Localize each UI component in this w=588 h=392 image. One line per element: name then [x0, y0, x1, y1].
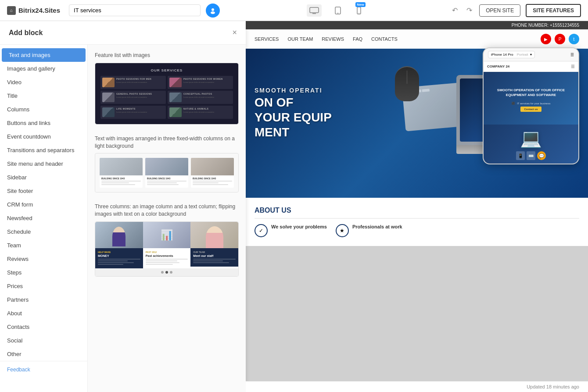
stat-text-1: We solve your problems — [271, 224, 327, 229]
mouse-visual — [395, 66, 419, 101]
preview1-text-2: PHOTO SESSIONS FOR WOMEN Lorem ipsum dol… — [183, 78, 231, 87]
twitter-icon: t — [569, 34, 579, 44]
carousel-dots — [95, 268, 238, 276]
phone-label: PHONE NUMBER: — [512, 23, 550, 28]
preview1-grid: PHOTO SESSIONS FOR MEN Lorem ipsum dolor… — [100, 76, 233, 119]
preview2-img-1 — [100, 158, 143, 175]
about-title: ABOUT US — [255, 207, 579, 214]
preview3-col-title-3: Meet our staff — [193, 254, 236, 257]
nav-item-site-menu[interactable]: Site menu and header — [0, 157, 87, 171]
panel-close-button[interactable]: × — [232, 28, 237, 37]
nav-item-schedule[interactable]: Schedule — [0, 225, 87, 239]
nav-item-other[interactable]: Other — [0, 347, 87, 361]
undo-button[interactable]: ↶ — [450, 4, 459, 16]
nav-item-crm-form[interactable]: CRM form — [0, 198, 87, 211]
nav-item-steps[interactable]: Steps — [0, 266, 87, 279]
block-label-1: Feature list with images — [95, 52, 239, 59]
site-name-input[interactable] — [69, 4, 201, 16]
website-preview: PHONE NUMBER: +15551234555 SERVICES OUR … — [246, 21, 588, 392]
preview2-title-2: BUILDING SINCE 1943 — [147, 177, 186, 180]
block-label-2: Text with images arranged in three fixed… — [95, 135, 239, 150]
nav-item-prices[interactable]: Prices — [0, 279, 87, 293]
preview1-card-2: PHOTO SESSIONS FOR WOMEN Lorem ipsum dol… — [168, 76, 233, 89]
preview3-img-2: 📊 — [143, 222, 191, 248]
tablet-device-btn[interactable] — [332, 4, 344, 17]
site-features-button[interactable]: SITE FEATURES — [526, 4, 581, 17]
preview2-container: BUILDING SINCE 1943 BUILDI — [95, 153, 238, 192]
nav-item-transitions[interactable]: Transitions and separators — [0, 143, 87, 157]
preview2-img-3 — [191, 158, 234, 175]
preview1-img-3 — [102, 93, 115, 102]
carousel-dot-2 — [165, 271, 168, 274]
preview2-line-1c — [101, 184, 135, 185]
preview1-card-title-3: GENERAL PHOTO SESSIONS — [116, 93, 164, 95]
nav-item-buttons-links[interactable]: Buttons and links — [0, 116, 87, 130]
nav-item-partners[interactable]: Partners — [0, 293, 87, 306]
preview3-img-3 — [190, 222, 238, 248]
preview1-title: OUR SERVICES — [100, 68, 233, 72]
device-selector[interactable]: iPhone 14 Pro Portrait ▾ — [488, 51, 535, 58]
panel-header: Add block × — [0, 21, 246, 45]
svg-point-5 — [337, 13, 338, 14]
preview1-card-5: LIFE MOMENTS Lorem ipsum dolor sit amet … — [100, 106, 166, 119]
nav-item-site-footer[interactable]: Site footer — [0, 184, 87, 198]
preview1-img-1 — [102, 78, 115, 87]
preview3-line-3b — [193, 260, 223, 261]
preview1-card-title-6: NATURE & ANIMALS — [183, 107, 231, 110]
preview3-col-2: 📊 PAST 2012 Past achievements — [143, 222, 191, 268]
nav-item-about[interactable]: About — [0, 306, 87, 320]
svg-point-1 — [211, 11, 215, 14]
preview1-card-1: PHOTO SESSIONS FOR MEN Lorem ipsum dolor… — [100, 76, 166, 89]
mobile-laptop-visual: 💻 📱 ⌨️ 💬 — [516, 128, 546, 160]
preview3-line-3c — [193, 262, 229, 263]
nav-item-newsfeed[interactable]: Newsfeed — [0, 211, 87, 225]
preview2-cols: BUILDING SINCE 1943 BUILDI — [100, 158, 234, 188]
desktop-device-btn[interactable] — [307, 4, 322, 17]
preview3-line-3a — [193, 259, 236, 260]
nav-item-reviews[interactable]: Reviews — [0, 252, 87, 266]
device-switcher: New — [220, 4, 450, 17]
preview1-card-desc-3: Lorem ipsum dolor sit amet consectetur — [116, 96, 164, 98]
preview3-highlight-1: HELP MAKE — [98, 251, 140, 253]
block-preview-1[interactable]: OUR SERVICES PHOTO SESSIONS FOR MEN Lore… — [95, 63, 239, 125]
preview3-body-1: HELP MAKE MONEY — [95, 248, 143, 268]
mobile-hamburger-icon: ☰ — [570, 53, 574, 57]
nav-item-social[interactable]: Social — [0, 334, 87, 347]
nav-item-columns[interactable]: Columns — [0, 103, 87, 116]
block-preview-3[interactable]: HELP MAKE MONEY — [95, 221, 239, 277]
stat-item-2: ★ Professionals at work — [336, 224, 402, 237]
block-preview-2[interactable]: BUILDING SINCE 1943 BUILDI — [95, 153, 239, 192]
user-avatar[interactable] — [206, 4, 220, 18]
preview1-card-title-2: PHOTO SESSIONS FOR WOMEN — [183, 78, 231, 80]
svg-rect-2 — [310, 7, 319, 13]
mobile-laptop-section: 💻 📱 ⌨️ 💬 — [484, 125, 578, 164]
nav-item-sidebar[interactable]: Sidebar — [0, 171, 87, 184]
youtube-icon: ▶ — [541, 34, 551, 44]
device-orientation: Portrait — [517, 53, 528, 57]
mobile-cta-button[interactable]: Contact us — [520, 107, 541, 112]
nav-reviews: REVIEWS — [322, 36, 344, 42]
preview1-text-6: NATURE & ANIMALS Lorem ipsum dolor sit a… — [183, 107, 231, 117]
nav-item-title[interactable]: Title — [0, 89, 87, 103]
nav-item-video[interactable]: Video — [0, 75, 87, 89]
nav-item-text-images[interactable]: Text and images — [2, 48, 86, 62]
redo-button[interactable]: ↷ — [465, 4, 474, 16]
nav-item-team[interactable]: Team — [0, 239, 87, 252]
nav-item-event-countdown[interactable]: Event countdown — [0, 130, 87, 143]
open-site-button[interactable]: OPEN SITE — [479, 4, 520, 17]
mobile-hamburger[interactable]: ☰ — [571, 64, 575, 69]
preview3-container: HELP MAKE MONEY — [95, 222, 238, 276]
preview3-col-1: HELP MAKE MONEY — [95, 222, 143, 268]
mobile-device-btn[interactable]: New — [354, 4, 364, 17]
preview2-line-1b — [101, 182, 129, 183]
preview2-line-3a — [193, 181, 232, 182]
nav-item-contacts[interactable]: Contacts — [0, 320, 87, 334]
topbar-right: ↶ ↷ OPEN SITE SITE FEATURES — [450, 4, 581, 17]
mobile-hero-text: SMOOTH OPERATION OF YOUR OFFICE EQUIPMEN… — [484, 85, 578, 101]
new-badge: New — [355, 2, 365, 7]
nav-item-images-gallery[interactable]: Images and gallery — [0, 62, 87, 75]
preview1-card-title-1: PHOTO SESSIONS FOR MEN — [116, 78, 164, 80]
site-nav-links: SERVICES OUR TEAM REVIEWS FAQ CONTACTS — [255, 36, 398, 42]
stat-item-1: ✓ We solve your problems — [255, 224, 327, 237]
feedback-link[interactable]: Feedback — [0, 361, 87, 378]
